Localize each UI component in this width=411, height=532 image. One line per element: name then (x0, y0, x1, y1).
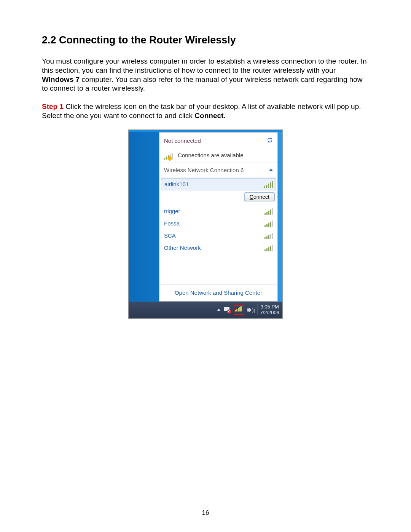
para1-text-a: You must configure your wireless compute… (42, 57, 367, 74)
network-name: Other Network (164, 244, 201, 251)
network-item[interactable]: SCA (159, 230, 277, 242)
refresh-icon[interactable] (267, 137, 273, 144)
taskbar-time: 3:05 PM (260, 304, 279, 310)
screenshot: Not connected (128, 129, 283, 319)
open-network-center-link[interactable]: Open Network and Sharing Center (159, 284, 277, 301)
network-item[interactable]: trigger (159, 205, 277, 217)
signal-icon (264, 181, 272, 188)
tray-overflow-icon[interactable] (217, 308, 221, 311)
network-name: airlink101 (164, 181, 189, 187)
available-text: Connections are available (178, 152, 244, 158)
network-tray-icon[interactable] (234, 305, 244, 315)
para1-text-b: computer. You can also refer to the manu… (42, 75, 363, 93)
network-name: Fossa (164, 220, 180, 227)
adapter-name: Wireless Network Connection 6 (164, 167, 244, 173)
network-name: SCA (164, 232, 176, 239)
network-item[interactable]: Fossa (159, 217, 277, 230)
step1-label: Step 1 (42, 102, 64, 110)
network-item-selected[interactable]: airlink101 (161, 178, 276, 190)
signal-available-icon (164, 151, 174, 160)
signal-icon (264, 232, 273, 239)
signal-icon (264, 208, 273, 215)
step1-text-b: . (223, 112, 225, 120)
section-heading: 2.2 Connecting to the Router Wirelessly (42, 34, 369, 46)
adapter-header[interactable]: Wireless Network Connection 6 (159, 163, 277, 177)
network-name: trigger (164, 208, 180, 214)
taskbar: ✕ )) 3:05 PM 7/2/2009 (129, 302, 282, 318)
status-text: Not connected (164, 137, 201, 144)
para1-os-bold: Windows 7 (42, 75, 80, 83)
connect-button[interactable]: Connect (245, 193, 274, 201)
volume-icon[interactable]: )) (247, 307, 254, 313)
taskbar-clock[interactable]: 3:05 PM 7/2/2009 (257, 304, 279, 316)
chevron-up-icon (269, 169, 273, 171)
page-number: 16 (0, 509, 411, 517)
network-item[interactable]: Other Network (159, 242, 277, 254)
intro-paragraph: You must configure your wireless compute… (42, 57, 369, 93)
taskbar-date: 7/2/2009 (260, 310, 279, 316)
network-flyout: Not connected (159, 132, 278, 302)
action-center-icon[interactable]: ✕ (224, 307, 231, 313)
signal-icon (264, 220, 273, 227)
step1-connect-bold: Connect (194, 112, 223, 120)
signal-icon (264, 244, 273, 251)
step1-paragraph: Step 1 Click the wireless icon on the ta… (42, 102, 369, 120)
